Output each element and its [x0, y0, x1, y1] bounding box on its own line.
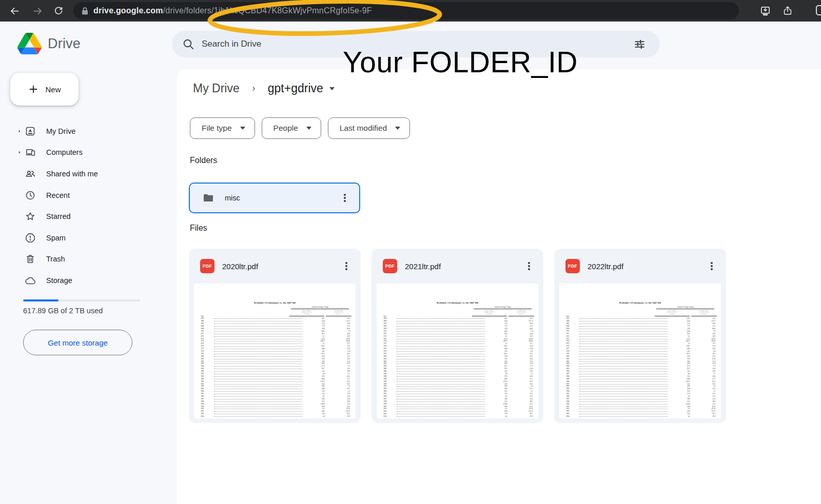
share-icon[interactable] — [781, 4, 794, 17]
preview-group-header: Annual Percentage Change — [656, 306, 714, 309]
search-icon[interactable] — [182, 38, 194, 50]
folder-card[interactable]: misc — [189, 183, 360, 213]
sidebar-item[interactable]: Trash — [0, 249, 170, 270]
more-options-icon[interactable] — [339, 259, 354, 273]
browser-back-icon[interactable] — [8, 4, 21, 17]
preview-year-label: Year — [383, 315, 386, 317]
product-name: Drive — [48, 36, 81, 52]
plus-icon — [28, 84, 39, 95]
sidebar: Drive New My Drive — [0, 22, 177, 504]
file-card-header: PDF 2020ltr.pdf — [189, 249, 361, 284]
preview-col1-header: in Per-Share Market Value of Berkshire — [289, 310, 324, 316]
sidebar-item-label: My Drive — [46, 127, 75, 135]
sidebar-item[interactable]: Starred — [0, 206, 170, 227]
filter-chip-label: File type — [202, 124, 232, 133]
drive-triangle-icon — [17, 33, 42, 54]
preview-table-rows: 196549.510.0 1966(3.4)(11.7) 196713.330.… — [377, 317, 538, 418]
file-name: 2020ltr.pdf — [222, 262, 258, 271]
more-options-icon[interactable] — [338, 191, 352, 205]
folders-heading: Folders — [190, 156, 217, 165]
drive-logo[interactable]: Drive — [17, 33, 81, 54]
breadcrumb-my-drive[interactable]: My Drive — [189, 80, 244, 96]
trash-icon — [25, 253, 36, 265]
sidebar-item[interactable]: Recent — [0, 185, 170, 206]
preview-group-header: Annual Percentage Change — [474, 306, 532, 309]
file-card[interactable]: PDF 2021ltr.pdf Berkshire's Performance … — [372, 249, 543, 423]
filter-chip[interactable]: Last modified — [328, 117, 410, 139]
pdf-preview-thumbnail: Berkshire's Performance vs. the S&P 500 … — [559, 284, 721, 418]
more-options-icon[interactable] — [705, 259, 719, 273]
breadcrumb: My Drive gpt+gdrive — [189, 80, 339, 96]
sidebar-item-label: Trash — [46, 255, 65, 263]
expand-caret-icon — [17, 129, 23, 134]
browser-chrome: drive.google.com/drive/folders/1jb1kcQCB… — [0, 0, 821, 22]
storage-progress-bar — [23, 299, 140, 301]
files-list: PDF 2020ltr.pdf Berkshire's Performance … — [189, 249, 726, 423]
sidebar-item-label: Spam — [46, 234, 66, 242]
lock-icon — [82, 7, 88, 15]
computers-icon — [25, 147, 36, 158]
file-name: 2022ltr.pdf — [588, 262, 623, 271]
folder-icon — [202, 192, 214, 204]
storage-usage-text: 617.89 GB of 2 TB used — [23, 307, 103, 315]
sidebar-item-label: Starred — [46, 212, 71, 220]
pdf-file-icon: PDF — [565, 259, 580, 273]
preview-table-rows: 196549.510.0 1966(3.4)(11.7) 196713.330.… — [559, 317, 721, 418]
preview-group-header: Annual Percentage Change — [291, 306, 349, 309]
browser-reload-icon[interactable] — [52, 4, 65, 17]
get-more-storage-button[interactable]: Get more storage — [23, 330, 132, 355]
chevron-down-icon — [306, 127, 311, 130]
sidebar-nav: My Drive Computers Shared with — [0, 120, 170, 291]
spam-icon — [25, 232, 36, 244]
storage-icon — [25, 275, 36, 286]
sidebar-item[interactable]: Computers — [0, 142, 170, 164]
new-button[interactable]: New — [10, 73, 79, 106]
my-drive-icon — [25, 126, 36, 137]
preview-title: Berkshire's Performance vs. the S&P 500 — [559, 301, 721, 304]
sidebar-item[interactable]: Storage — [0, 270, 170, 291]
sidebar-item[interactable]: Spam — [0, 227, 170, 249]
files-heading: Files — [190, 224, 207, 233]
search-filters-icon[interactable] — [629, 34, 650, 54]
preview-col2-header: in S&P 500 with Dividends Included — [326, 310, 351, 316]
file-card[interactable]: PDF 2020ltr.pdf Berkshire's Performance … — [189, 249, 361, 423]
chevron-down-icon — [395, 127, 400, 130]
storage-progress-fill — [23, 299, 58, 301]
new-button-label: New — [45, 85, 61, 94]
sidebar-item[interactable]: My Drive — [0, 120, 170, 142]
sidebar-item[interactable]: Shared with me — [0, 163, 170, 185]
preview-table-row: 20044.310.9 — [194, 415, 356, 418]
browser-forward-icon[interactable] — [31, 4, 44, 17]
more-options-icon[interactable] — [522, 259, 536, 273]
preview-col2-header: in S&P 500 with Dividends Included — [509, 310, 534, 316]
preview-col1-header: in Per-Share Market Value of Berkshire — [655, 310, 690, 316]
browser-extension-partial-icon[interactable] — [816, 5, 821, 15]
preview-table-rows: 196549.510.0 1966(3.4)(11.7) 196713.330.… — [194, 317, 356, 418]
recent-icon — [25, 190, 36, 201]
shared-with-me-icon — [25, 168, 36, 179]
preview-title: Berkshire's Performance vs. the S&P 500 — [194, 301, 356, 304]
preview-col2-header: in S&P 500 with Dividends Included — [691, 310, 717, 316]
preview-year-label: Year — [201, 315, 204, 317]
url-path: /drive/folders/1jb1kcQCBD47K8GkWjvPmnCRg… — [163, 6, 372, 15]
filter-chip[interactable]: File type — [190, 117, 255, 139]
expand-caret-icon — [17, 150, 23, 155]
sidebar-item-label: Computers — [46, 148, 83, 156]
filter-chip-label: Last modified — [340, 124, 387, 133]
preview-table-row: 20044.310.9 — [377, 415, 538, 418]
preview-year-label: Year — [566, 315, 569, 317]
sidebar-item-label: Recent — [46, 191, 70, 199]
download-icon[interactable] — [758, 4, 772, 17]
address-bar[interactable]: drive.google.com/drive/folders/1jb1kcQCB… — [73, 2, 739, 19]
drive-content-panel: My Drive gpt+gdrive File type People Las… — [177, 69, 821, 504]
preview-title: Berkshire's Performance vs. the S&P 500 — [377, 301, 538, 304]
file-name: 2021ltr.pdf — [405, 262, 441, 271]
preview-table-row: 20044.310.9 — [559, 415, 721, 418]
annotation-folder-id: Your FOLDER_ID — [343, 45, 578, 79]
sidebar-item-label: Storage — [46, 276, 72, 285]
preview-col1-header: in Per-Share Market Value of Berkshire — [472, 310, 507, 316]
file-card[interactable]: PDF 2022ltr.pdf Berkshire's Performance … — [554, 249, 726, 423]
filter-chip[interactable]: People — [262, 117, 321, 139]
pdf-preview-thumbnail: Berkshire's Performance vs. the S&P 500 … — [377, 284, 538, 418]
breadcrumb-current-folder[interactable]: gpt+gdrive — [264, 80, 339, 96]
